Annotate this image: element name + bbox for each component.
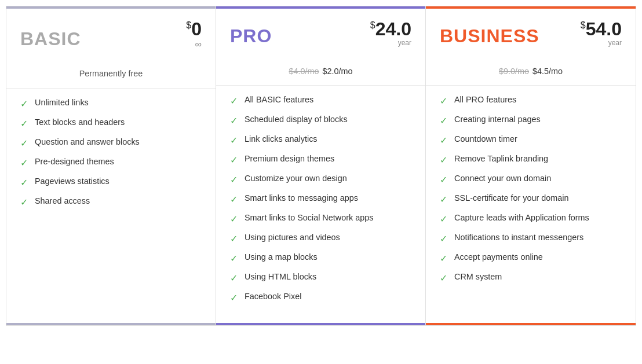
features-list-basic: ✓Unlimited links✓Text blocks and headers… [6,89,216,323]
original-price-business: $9.0/mo [499,67,529,76]
price-main-pro: $24.0 [370,19,411,39]
check-icon: ✓ [230,115,238,126]
discounted-price-pro: $2.0/mo [323,67,353,76]
feature-text: Premium design themes [245,154,334,163]
check-icon: ✓ [440,253,447,264]
feature-text: Notifications to instant messengers [454,233,583,242]
list-item: ✓Premium design themes [230,154,411,166]
plan-header-business: BUSINESS$54.0year [426,6,636,57]
list-item: ✓Creating internal pages [440,115,622,126]
list-item: ✓Connect your own domain [440,174,622,185]
list-item: ✓Customize your own design [230,174,411,185]
plan-name-basic: BASIC [20,28,81,50]
check-icon: ✓ [440,115,447,126]
feature-text: Remove Taplink branding [454,154,548,163]
check-icon: ✓ [230,135,238,146]
check-icon: ✓ [230,233,238,244]
list-item: ✓Using a map blocks [230,252,411,264]
feature-text: All BASIC features [245,95,313,104]
feature-text: Using a map blocks [245,252,318,262]
plan-bottom-border-pro [216,323,425,325]
check-icon: ✓ [230,253,238,264]
check-icon: ✓ [230,155,238,166]
list-item: ✓Text blocks and headers [20,117,202,129]
plan-card-pro: PRO$24.0year$4.0/mo$2.0/mo✓All BASIC fea… [216,6,426,325]
check-icon: ✓ [20,177,28,188]
feature-text: Using pictures and videos [245,233,340,242]
feature-text: Countdown timer [454,134,517,144]
list-item: ✓Link clicks analytics [230,134,411,146]
plan-subheader-business: $9.0/mo$4.5/mo [426,57,636,86]
feature-text: Unlimited links [35,98,89,107]
list-item: ✓Using pictures and videos [230,233,411,244]
check-icon: ✓ [230,292,238,303]
feature-text: CRM system [454,272,502,281]
feature-text: Customize your own design [245,174,347,183]
list-item: ✓Pre-designed themes [20,157,202,168]
check-icon: ✓ [20,138,28,149]
check-icon: ✓ [440,155,447,166]
plan-price-pro: $24.0year [370,19,411,47]
check-icon: ✓ [230,214,238,225]
feature-text: Facebook Pixel [245,292,301,301]
feature-text: Scheduled display of blocks [245,115,348,124]
list-item: ✓Shared access [20,196,202,208]
features-list-business: ✓All PRO features✓Creating internal page… [426,86,636,323]
list-item: ✓Accept payments online [440,252,622,264]
features-list-pro: ✓All BASIC features✓Scheduled display of… [216,86,425,323]
plan-subheader-pro: $4.0/mo$2.0/mo [216,57,425,86]
check-icon: ✓ [440,273,447,284]
list-item: ✓Notifications to instant messengers [440,233,622,244]
list-item: ✓Smart links to messaging apps [230,193,411,205]
list-item: ✓Capture leads with Application forms [440,213,622,225]
check-icon: ✓ [20,197,28,208]
list-item: ✓All BASIC features [230,95,411,106]
feature-text: Question and answer blocks [35,137,140,146]
list-item: ✓Smart links to Social Network apps [230,213,411,225]
check-icon: ✓ [440,214,447,225]
list-item: ✓Facebook Pixel [230,292,411,303]
price-period-pro: year [370,39,411,47]
list-item: ✓CRM system [440,272,622,284]
pricing-grid: BASIC$0∞Permanently free✓Unlimited links… [6,6,636,326]
feature-text: Smart links to messaging apps [245,193,358,203]
feature-text: Creating internal pages [454,115,541,124]
plan-price-business: $54.0year [581,19,622,47]
list-item: ✓Scheduled display of blocks [230,115,411,126]
check-icon: ✓ [230,174,238,185]
price-infinity-basic: ∞ [186,39,202,50]
price-period-business: year [581,39,622,47]
check-icon: ✓ [440,233,447,244]
check-icon: ✓ [440,194,447,205]
feature-text: Connect your own domain [454,174,551,183]
plan-name-business: BUSINESS [440,25,539,47]
plan-header-basic: BASIC$0∞ [6,6,216,60]
feature-text: Shared access [35,196,90,205]
list-item: ✓Unlimited links [20,98,202,109]
check-icon: ✓ [20,98,28,109]
feature-text: Pre-designed themes [35,157,114,166]
plan-subheader-basic: Permanently free [6,60,216,89]
check-icon: ✓ [20,157,28,168]
list-item: ✓Using HTML blocks [230,272,411,284]
check-icon: ✓ [20,118,28,129]
plan-price-basic: $0∞ [186,19,202,50]
plan-name-pro: PRO [230,25,272,47]
feature-text: Text blocks and headers [35,117,125,127]
list-item: ✓SSL-certificate for your domain [440,193,622,205]
feature-text: Capture leads with Application forms [454,213,589,222]
check-icon: ✓ [440,135,447,146]
feature-text: Accept payments online [454,252,543,262]
list-item: ✓Pageviews statistics [20,177,202,188]
list-item: ✓Remove Taplink branding [440,154,622,166]
check-icon: ✓ [230,273,238,284]
feature-text: SSL-certificate for your domain [454,193,569,203]
price-main-basic: $0 [186,19,202,39]
plan-bottom-border-business [426,323,636,325]
check-icon: ✓ [440,95,447,106]
list-item: ✓Question and answer blocks [20,137,202,149]
feature-text: Smart links to Social Network apps [245,213,373,222]
price-main-business: $54.0 [581,19,622,39]
feature-text: Pageviews statistics [35,177,110,186]
feature-text: Using HTML blocks [245,272,316,281]
